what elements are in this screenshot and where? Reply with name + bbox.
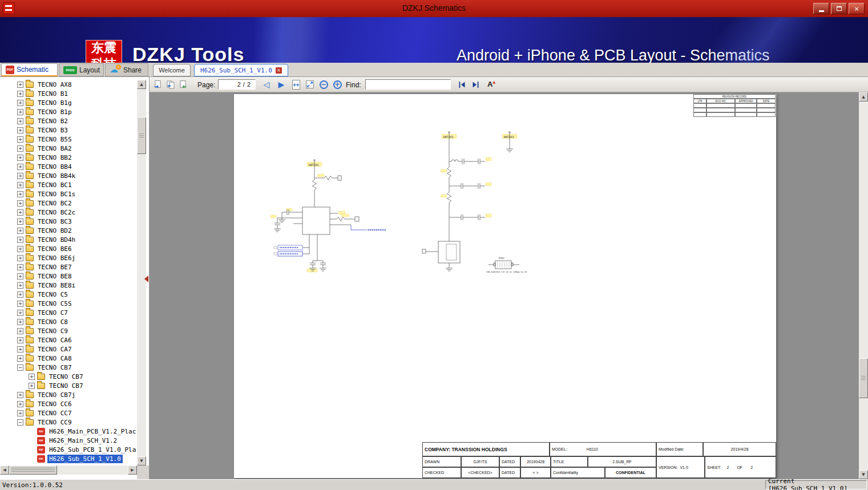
tree-item[interactable]: + TECNO C8	[0, 317, 136, 326]
tree-item[interactable]: + TECNO AX8	[0, 80, 136, 89]
tree-toggle[interactable]: +	[17, 118, 23, 124]
tree-toggle[interactable]: +	[17, 228, 23, 234]
tree-toggle[interactable]: +	[17, 82, 23, 88]
find-previous-button[interactable]	[457, 79, 467, 90]
tab-layout[interactable]: PADS Layout	[59, 63, 104, 76]
tree-toggle[interactable]: +	[17, 255, 23, 261]
tree-item[interactable]: + TECNO BE8i	[0, 281, 136, 290]
tree-item[interactable]: + TECNO B2	[0, 116, 136, 125]
tree-item[interactable]: + TECNO BE7	[0, 262, 136, 272]
close-tab-icon[interactable]: ×	[276, 67, 282, 74]
tree-item[interactable]: + TECNO CC6	[0, 399, 136, 408]
tree-toggle[interactable]: +	[17, 319, 23, 325]
tree-item[interactable]: PDF H626_Main_PCB_V1.2_Placem	[0, 427, 136, 436]
tree-toggle[interactable]: +	[17, 237, 23, 243]
page-layout-single-button[interactable]	[153, 79, 163, 90]
tree-toggle[interactable]: +	[17, 301, 23, 307]
tree-item[interactable]: + TECNO BB4k	[0, 171, 136, 180]
tree-item[interactable]: + TECNO C7	[0, 308, 136, 317]
tree-item[interactable]: + TECNO CB7	[0, 381, 136, 390]
tree-toggle[interactable]: +	[17, 164, 23, 170]
tree-toggle[interactable]: +	[17, 401, 23, 407]
tree-toggle[interactable]: +	[17, 291, 23, 298]
tree-item[interactable]: + TECNO BC3	[0, 217, 136, 226]
tree-toggle[interactable]: +	[17, 182, 23, 188]
tree-toggle[interactable]: +	[29, 383, 35, 389]
tree-item[interactable]: + TECNO CA8	[0, 354, 136, 363]
find-input[interactable]	[365, 79, 451, 90]
page-layout-facing-button[interactable]	[165, 79, 176, 90]
tree-toggle[interactable]: +	[17, 209, 23, 216]
tree-toggle[interactable]: +	[17, 273, 23, 280]
tree-toggle[interactable]: −	[17, 419, 23, 426]
tree-item[interactable]: + TECNO C5S	[0, 299, 136, 308]
splitter-collapse-icon[interactable]	[144, 276, 148, 282]
tree-toggle[interactable]: +	[17, 410, 23, 416]
tree-toggle[interactable]: +	[17, 310, 23, 316]
tree-item[interactable]: − TECNO CB7	[0, 363, 136, 372]
tree-item[interactable]: + TECNO BB4	[0, 162, 136, 171]
close-button[interactable]: ×	[849, 3, 865, 14]
zoom-in-button[interactable]: +	[332, 79, 342, 90]
zoom-out-button[interactable]: −	[318, 79, 329, 90]
font-size-button[interactable]: Aa	[486, 79, 496, 90]
tree-toggle[interactable]: +	[17, 346, 23, 353]
tree-item[interactable]: PDF H626_Sub_PCB_1_V1.0_Place	[0, 445, 136, 454]
tree-item[interactable]: PDF H626_Sub_SCH_1_V1.0	[0, 454, 136, 463]
tree-item[interactable]: − TECNO CC9	[0, 418, 136, 427]
tree-item[interactable]: + TECNO CA6	[0, 335, 136, 345]
tree-toggle[interactable]: +	[17, 191, 23, 197]
fit-page-button[interactable]	[305, 79, 315, 90]
minimize-button[interactable]	[813, 3, 829, 14]
tree-toggle[interactable]: +	[17, 109, 23, 115]
tree-item[interactable]: + TECNO B3	[0, 125, 136, 135]
tree-item[interactable]: + TECNO CB7	[0, 372, 136, 381]
fit-width-button[interactable]: ↔	[291, 79, 301, 90]
tree-toggle[interactable]: +	[29, 374, 35, 380]
tree-item[interactable]: + TECNO BC1	[0, 180, 136, 189]
tree-item[interactable]: + TECNO BC2c	[0, 208, 136, 217]
tree-item[interactable]: + TECNO BD4h	[0, 235, 136, 244]
tree-toggle[interactable]: +	[17, 200, 23, 206]
tree-item[interactable]: + TECNO BA2	[0, 144, 136, 153]
tree-toggle[interactable]: +	[17, 100, 23, 106]
sidebar-scrollbar-thumb[interactable]	[137, 117, 146, 154]
tree-item[interactable]: + TECNO B1g	[0, 98, 136, 107]
tree-toggle[interactable]: +	[17, 173, 23, 179]
tree-toggle[interactable]: +	[17, 392, 23, 398]
tree-item[interactable]: + TECNO CA7	[0, 345, 136, 354]
page-number-input[interactable]: 2 / 2	[218, 79, 256, 90]
tree-toggle[interactable]: +	[17, 136, 23, 143]
tree-item[interactable]: + TECNO BE6	[0, 244, 136, 253]
tree-item[interactable]: + TECNO BC2	[0, 199, 136, 208]
tree-toggle[interactable]: +	[17, 282, 23, 289]
content-scroll-up-button[interactable]: ▲	[859, 92, 868, 102]
tree-toggle[interactable]: +	[17, 328, 23, 334]
tree-toggle[interactable]: +	[17, 91, 23, 97]
content-scrollbar-track[interactable]: ▲ ▼	[859, 92, 868, 479]
tree-item[interactable]: + TECNO B1p	[0, 107, 136, 116]
tree-toggle[interactable]: +	[17, 155, 23, 161]
sidebar-scroll-left-button[interactable]: ◀	[0, 465, 9, 475]
tree-item[interactable]: + TECNO BE8	[0, 272, 136, 281]
tree-toggle[interactable]: +	[17, 264, 23, 270]
tab-schematic[interactable]: PDF Schematic	[1, 63, 58, 76]
sidebar-hscrollbar-track[interactable]: ◀ ▶	[0, 465, 137, 475]
tree-item[interactable]: + TECNO CB7j	[0, 390, 136, 399]
sidebar-scrollbar-track[interactable]: ▲ ▼	[137, 80, 146, 465]
previous-page-button[interactable]: ◁	[261, 79, 272, 90]
tree-toggle[interactable]: +	[17, 355, 23, 362]
sidebar-scroll-right-button[interactable]: ▶	[128, 465, 137, 475]
tree-item[interactable]: + TECNO C9	[0, 326, 136, 335]
tree-toggle[interactable]: −	[17, 365, 23, 371]
tab-share[interactable]: ☁ + Share	[105, 63, 148, 76]
tree-item[interactable]: PDF H626_Main_SCH_V1.2	[0, 436, 136, 445]
tree-item[interactable]: + TECNO BD2	[0, 226, 136, 235]
tree-item[interactable]: + TECNO B1	[0, 89, 136, 98]
tree-item[interactable]: + TECNO B5S	[0, 135, 136, 144]
sidebar-hscrollbar-thumb[interactable]	[9, 465, 57, 475]
tree-item[interactable]: + TECNO C5	[0, 290, 136, 299]
tree-toggle[interactable]: +	[17, 246, 23, 252]
tree-toggle[interactable]: +	[17, 218, 23, 225]
content-scrollbar-thumb[interactable]	[859, 358, 868, 398]
